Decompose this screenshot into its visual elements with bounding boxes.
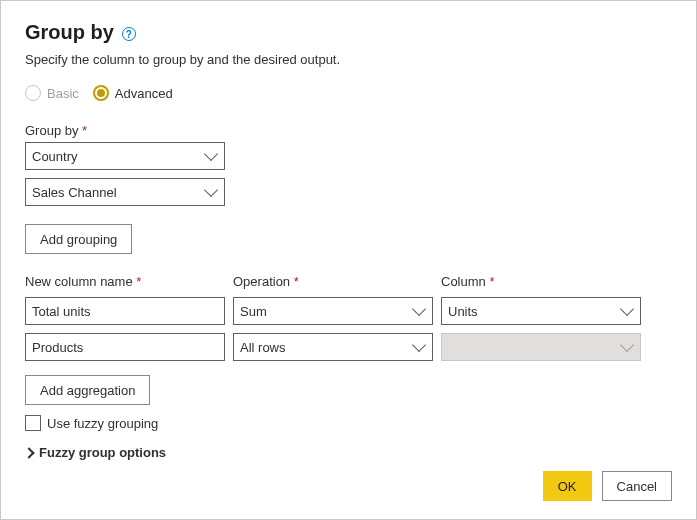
chevron-down-icon: [412, 338, 426, 352]
add-aggregation-button[interactable]: Add aggregation: [25, 375, 150, 405]
chevron-down-icon: [620, 302, 634, 316]
group-by-column-select[interactable]: Sales Channel: [25, 178, 225, 206]
ok-button[interactable]: OK: [543, 471, 592, 501]
chevron-down-icon: [620, 338, 634, 352]
mode-radio-group: Basic Advanced: [25, 85, 672, 101]
select-value: All rows: [240, 340, 286, 355]
column-label: Column *: [441, 274, 641, 289]
chevron-down-icon: [204, 147, 218, 161]
cancel-button[interactable]: Cancel: [602, 471, 672, 501]
chevron-down-icon: [412, 302, 426, 316]
new-column-name-input[interactable]: Products: [25, 333, 225, 361]
mode-advanced-label: Advanced: [115, 86, 173, 101]
group-by-section: Group by * Country Sales Channel Add gro…: [25, 123, 672, 254]
help-icon[interactable]: ?: [122, 27, 136, 41]
operation-select[interactable]: Sum: [233, 297, 433, 325]
select-value: Sum: [240, 304, 267, 319]
required-marker: *: [136, 274, 141, 289]
dialog-subtitle: Specify the column to group by and the d…: [25, 52, 672, 67]
new-column-name-input[interactable]: Total units: [25, 297, 225, 325]
mode-basic-label: Basic: [47, 86, 79, 101]
required-marker: *: [489, 274, 494, 289]
required-marker: *: [82, 123, 87, 138]
input-value: Products: [32, 340, 83, 355]
select-value: Country: [32, 149, 78, 164]
add-grouping-button[interactable]: Add grouping: [25, 224, 132, 254]
mode-basic-radio[interactable]: Basic: [25, 85, 79, 101]
radio-dot-icon: [25, 85, 41, 101]
required-marker: *: [294, 274, 299, 289]
use-fuzzy-grouping-label: Use fuzzy grouping: [47, 416, 158, 431]
mode-advanced-radio[interactable]: Advanced: [93, 85, 173, 101]
dialog-footer: OK Cancel: [543, 471, 672, 501]
input-value: Total units: [32, 304, 91, 319]
fuzzy-group-options-expander[interactable]: Fuzzy group options: [25, 445, 672, 460]
select-value: Sales Channel: [32, 185, 117, 200]
operation-label: Operation *: [233, 274, 433, 289]
use-fuzzy-grouping-checkbox[interactable]: [25, 415, 41, 431]
group-by-column-select[interactable]: Country: [25, 142, 225, 170]
aggregations-section: New column name * Operation * Column * T…: [25, 274, 672, 460]
select-value: Units: [448, 304, 478, 319]
chevron-down-icon: [204, 183, 218, 197]
column-select-disabled: [441, 333, 641, 361]
operation-select[interactable]: All rows: [233, 333, 433, 361]
new-column-name-label: New column name *: [25, 274, 225, 289]
group-by-dialog: Group by ? Specify the column to group b…: [0, 0, 697, 520]
column-select[interactable]: Units: [441, 297, 641, 325]
group-by-label: Group by *: [25, 123, 672, 138]
dialog-title: Group by: [25, 21, 114, 44]
radio-dot-icon: [93, 85, 109, 101]
fuzzy-group-options-label: Fuzzy group options: [39, 445, 166, 460]
chevron-right-icon: [23, 447, 34, 458]
